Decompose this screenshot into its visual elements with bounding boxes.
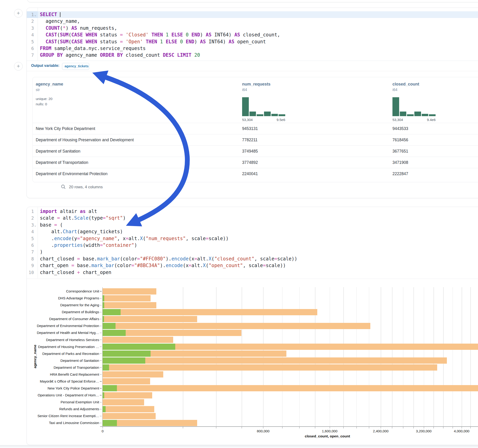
- table-row-count: 20 rows, 4 columns: [69, 185, 103, 189]
- code-text: CAST(SUM(CASE WHEN status = 'Closed' THE…: [38, 31, 478, 38]
- code-line[interactable]: 7): [27, 249, 478, 255]
- sql-editor[interactable]: 1⌄SELECT 2 agency_name,3 COUNT(*) AS num…: [27, 11, 478, 59]
- histogram-bar: [250, 112, 256, 116]
- code-line[interactable]: 2scale = alt.Scale(type="sqrt"): [27, 215, 478, 221]
- code-line[interactable]: 5 CAST(SUM(CASE WHEN status = 'Open' THE…: [27, 38, 478, 45]
- code-text: scale = alt.Scale(type="sqrt"): [38, 215, 478, 221]
- code-text: GROUP BY agency_name ORDER BY closed_cou…: [38, 52, 478, 59]
- table-cell: 3774892: [242, 157, 258, 168]
- line-number: 1: [27, 208, 38, 215]
- histogram-bar: [407, 114, 414, 116]
- line-number: 10: [27, 269, 38, 276]
- table-row[interactable]: Department of Housing Preservation and D…: [33, 134, 478, 146]
- histogram-bar: [278, 114, 285, 116]
- fold-chevron-icon[interactable]: ⌄: [34, 222, 36, 229]
- column-header[interactable]: closed_count: [392, 82, 419, 87]
- table-cell: 7618456: [392, 134, 408, 146]
- table-cell: 7782211: [242, 134, 258, 146]
- python-cell: 1import altair as alt2scale = alt.Scale(…: [26, 207, 478, 445]
- table-cell: 2240041: [242, 168, 258, 180]
- line-number: 1⌄: [27, 11, 38, 18]
- histogram-bar: [429, 114, 436, 116]
- dataframe-preview: agency_namestrunique: 20nulls: 0num_requ…: [32, 77, 478, 182]
- table-row[interactable]: Department of Transportation377489234719…: [33, 157, 478, 168]
- table-cell: 3677651: [392, 146, 408, 157]
- code-line[interactable]: 6FROM sample_data.nyc.service_requests: [27, 45, 478, 52]
- table-cell: New York City Police Department: [36, 123, 95, 134]
- histogram-max-label: 9.4e6: [422, 118, 436, 122]
- code-line[interactable]: 8chart_closed = base.mark_bar(color="#FF…: [27, 255, 478, 262]
- output-variable-pill[interactable]: agency_tickets: [62, 63, 89, 70]
- line-number: 6: [27, 45, 38, 52]
- line-number: 6: [27, 242, 38, 249]
- output-variable-label: Output variable:: [31, 64, 59, 68]
- code-text: chart_open = base.mark_bar(color="#8BC34…: [38, 262, 478, 269]
- table-row[interactable]: New York City Police Department945313194…: [33, 123, 478, 134]
- code-line[interactable]: 6 .properties(width="container"): [27, 242, 478, 249]
- notebook-page: + + 1⌄SELECT 2 agency_name,3 COUNT(*) AS…: [0, 0, 478, 448]
- column-histogram: [242, 97, 285, 116]
- histogram-max-label: 9.5e6: [271, 118, 285, 122]
- code-line[interactable]: 10chart_closed + chart_open: [27, 269, 478, 276]
- add-cell-button[interactable]: +: [14, 62, 23, 70]
- histogram-min-label: 53,304: [392, 118, 403, 122]
- table-cell: 3471908: [392, 157, 408, 168]
- column-type: i64: [242, 88, 247, 92]
- line-number: 3: [27, 25, 38, 31]
- line-number: 3⌄: [27, 222, 38, 228]
- table-cell: 2222847: [392, 168, 408, 180]
- fold-chevron-icon[interactable]: ⌄: [34, 12, 36, 18]
- table-cell: 9453131: [242, 123, 258, 134]
- column-histogram: [392, 97, 436, 116]
- code-text: chart_closed = base.mark_bar(color="#FFC…: [38, 255, 478, 262]
- code-line[interactable]: 3⌄base = (: [27, 222, 478, 228]
- add-cell-button[interactable]: +: [14, 9, 23, 18]
- line-number: 7: [27, 249, 38, 255]
- code-line[interactable]: 4 CAST(SUM(CASE WHEN status = 'Closed' T…: [27, 31, 478, 38]
- histogram-min-label: 53,304: [242, 118, 253, 122]
- search-icon[interactable]: [61, 184, 66, 189]
- code-text: alt.Chart(agency_tickets): [38, 228, 478, 235]
- python-editor[interactable]: 1import altair as alt2scale = alt.Scale(…: [27, 208, 478, 276]
- column-stat: nulls: 0: [36, 102, 47, 106]
- code-text: ): [38, 249, 478, 255]
- divider: [27, 279, 478, 279]
- column-header[interactable]: num_requests: [242, 82, 270, 87]
- code-line[interactable]: 9chart_open = base.mark_bar(color="#8BC3…: [27, 262, 478, 269]
- table-cell: 9443533: [392, 123, 408, 134]
- code-text: COUNT(*) AS num_requests,: [38, 25, 478, 31]
- histogram-bar: [422, 114, 428, 116]
- table-cell: Department of Transportation: [36, 157, 88, 168]
- column-type: i64: [392, 88, 397, 92]
- code-text: import altair as alt: [38, 208, 478, 215]
- histogram-bar: [264, 112, 271, 116]
- line-number: 9: [27, 262, 38, 269]
- code-line[interactable]: 1import altair as alt: [27, 208, 478, 215]
- code-line[interactable]: 5 .encode(y="agency_name", x=alt.X("num_…: [27, 235, 478, 242]
- line-number: 4: [27, 228, 38, 235]
- divider: [27, 71, 478, 71]
- code-text: CAST(SUM(CASE WHEN status = 'Open' THEN …: [38, 38, 478, 45]
- table-row[interactable]: Department of Environmental Protection22…: [33, 168, 478, 180]
- histogram-bar: [257, 114, 263, 116]
- code-line[interactable]: 7GROUP BY agency_name ORDER BY closed_co…: [27, 52, 478, 59]
- code-line[interactable]: 4 alt.Chart(agency_tickets): [27, 228, 478, 235]
- table-cell: Department of Sanitation: [36, 146, 81, 157]
- code-line[interactable]: 3 COUNT(*) AS num_requests,: [27, 25, 478, 31]
- code-text: FROM sample_data.nyc.service_requests: [38, 45, 478, 52]
- column-stat: unique: 20: [36, 97, 52, 101]
- line-number: 7: [27, 52, 38, 59]
- text-cursor: [60, 12, 60, 17]
- code-text: agency_name,: [38, 18, 478, 25]
- table-row[interactable]: Department of Sanitation37494853677651: [33, 145, 478, 157]
- histogram-bar: [392, 97, 399, 116]
- histogram-bar: [400, 112, 407, 116]
- page-gap: [0, 445, 478, 447]
- line-number: 8: [27, 255, 38, 262]
- line-number: 5: [27, 38, 38, 45]
- next-cell-edge: [0, 447, 478, 448]
- column-header[interactable]: agency_name: [36, 82, 63, 87]
- histogram-bar: [271, 114, 278, 116]
- code-line[interactable]: 2 agency_name,: [27, 18, 478, 25]
- code-line[interactable]: 1⌄SELECT: [27, 11, 478, 18]
